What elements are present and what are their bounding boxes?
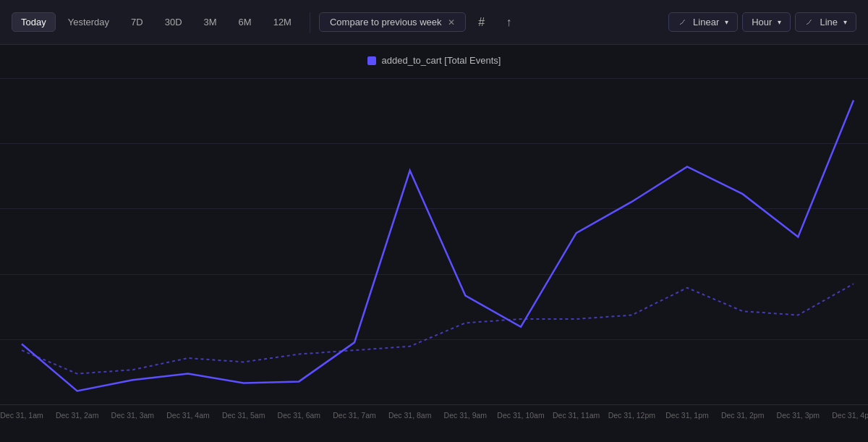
x-axis-label: Dec 31, 10am [497, 411, 544, 420]
x-axis-label: Dec 31, 9am [444, 411, 488, 420]
x-axis-label: Dec 31, 7am [333, 411, 376, 420]
legend-label: added_to_cart [Total Events] [382, 55, 501, 66]
x-axis-label: Dec 31, 12pm [608, 411, 655, 420]
x-axis-label: Dec 31, 4am [166, 411, 210, 420]
compare-label: Compare to previous week [330, 17, 442, 27]
linear-icon: ⟋ [678, 17, 687, 27]
chevron-down-icon: ▾ [843, 18, 847, 26]
x-axis-label: Dec 31, 2am [56, 411, 99, 420]
linear-label: Linear [693, 17, 719, 27]
time-btn-today[interactable]: Today [12, 12, 56, 32]
time-btn-7d[interactable]: 7D [122, 12, 153, 32]
toolbar: TodayYesterday7D30D3M6M12M Compare to pr… [0, 0, 868, 45]
grid-icon: # [478, 16, 485, 29]
x-axis-label: Dec 31, 3pm [777, 411, 820, 420]
x-axis-label: Dec 31, 4pm [832, 411, 868, 420]
time-btn-30d[interactable]: 30D [156, 12, 192, 32]
time-btn-3m[interactable]: 3M [195, 12, 226, 32]
x-axis-label: Dec 31, 1pm [665, 411, 709, 420]
chevron-down-icon: ▾ [725, 18, 728, 26]
x-axis-label: Dec 31, 5am [222, 411, 265, 420]
grid-icon-button[interactable]: # [470, 11, 493, 34]
hour-label: Hour [752, 17, 772, 27]
upload-icon-button[interactable]: ↑ [498, 11, 521, 34]
compare-button[interactable]: Compare to previous week ✕ [319, 12, 466, 32]
separator [310, 12, 310, 33]
chart-legend: added_to_cart [Total Events] [0, 45, 868, 70]
line-dropdown[interactable]: ⟋ Line ▾ [795, 12, 856, 32]
x-axis-label: Dec 31, 1am [0, 411, 43, 420]
time-btn-12m[interactable]: 12M [264, 12, 301, 32]
legend-color [367, 56, 376, 65]
time-btn-6m[interactable]: 6M [229, 12, 261, 32]
x-axis-label: Dec 31, 2pm [721, 411, 765, 420]
x-axis: Dec 31, 1amDec 31, 2amDec 31, 3amDec 31,… [0, 404, 868, 442]
x-axis-label: Dec 31, 11am [553, 411, 600, 420]
line-label: Line [820, 17, 838, 27]
time-buttons: TodayYesterday7D30D3M6M12M [12, 12, 301, 32]
time-btn-yesterday[interactable]: Yesterday [59, 12, 119, 32]
close-icon: ✕ [448, 17, 455, 27]
chevron-down-icon: ▾ [778, 18, 781, 26]
hour-dropdown[interactable]: Hour ▾ [742, 12, 791, 32]
linear-dropdown[interactable]: ⟋ Linear ▾ [668, 12, 738, 32]
x-axis-label: Dec 31, 8am [388, 411, 432, 420]
x-axis-label: Dec 31, 3am [111, 411, 155, 420]
upload-icon: ↑ [506, 16, 512, 29]
line-chart-icon: ⟋ [804, 17, 814, 27]
chart-canvas [0, 78, 868, 404]
chart-area: added_to_cart [Total Events] Dec 31, 1am… [0, 45, 868, 442]
x-axis-label: Dec 31, 6am [278, 411, 321, 420]
